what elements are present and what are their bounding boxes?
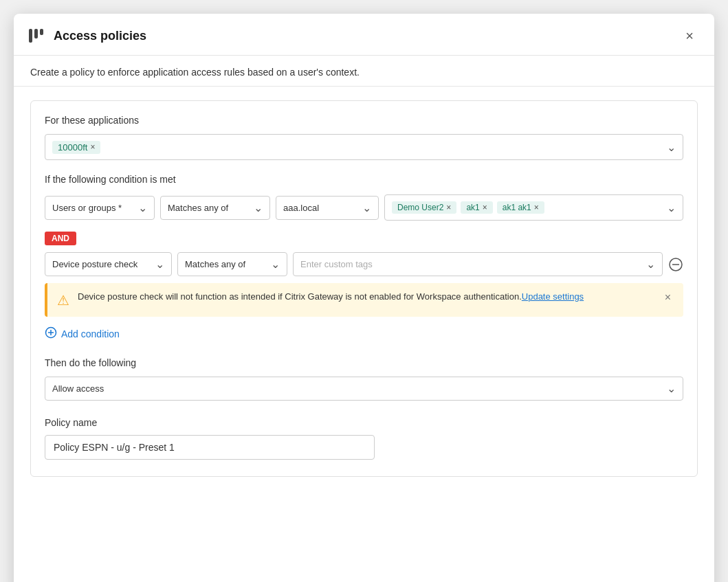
value-tag-close-1[interactable]: × bbox=[446, 203, 451, 212]
condition-row-1: Users or groups * ⌄ Matches any of ⌄ aaa… bbox=[45, 194, 683, 221]
users-groups-label: Users or groups * bbox=[52, 203, 122, 213]
modal-title: Access policies bbox=[54, 29, 146, 43]
policy-name-input[interactable] bbox=[45, 435, 375, 460]
condition-section: If the following condition is met Users … bbox=[45, 174, 683, 341]
header-left: Access policies bbox=[27, 26, 146, 45]
values-tags: Demo User2 × ak1 × ak1 ak1 × bbox=[392, 201, 544, 214]
values-chevron-icon: ⌄ bbox=[667, 201, 676, 214]
minus-circle-icon bbox=[668, 257, 683, 272]
warning-close-button[interactable]: × bbox=[662, 291, 674, 304]
add-condition-label: Add condition bbox=[61, 328, 120, 339]
applications-select[interactable]: 10000ft × ⌄ bbox=[45, 134, 683, 160]
matches-any-of-label-2: Matches any of bbox=[185, 259, 245, 269]
app-tag-label: 10000ft bbox=[58, 142, 87, 153]
domain-chevron-icon: ⌄ bbox=[362, 201, 371, 214]
device-posture-chevron-icon: ⌄ bbox=[155, 258, 164, 271]
condition-row-2: Device posture check ⌄ Matches any of ⌄ … bbox=[45, 252, 683, 276]
domain-select[interactable]: aaa.local ⌄ bbox=[276, 196, 379, 220]
modal-subtitle: Create a policy to enforce application a… bbox=[14, 56, 714, 87]
svg-rect-2 bbox=[40, 29, 43, 35]
value-tag-demo-user2: Demo User2 × bbox=[392, 201, 456, 214]
matches-any-of-select-2[interactable]: Matches any of ⌄ bbox=[177, 252, 287, 276]
values-select[interactable]: Demo User2 × ak1 × ak1 ak1 × bbox=[384, 194, 683, 221]
update-settings-link[interactable]: Update settings bbox=[522, 291, 584, 302]
action-chevron-icon: ⌄ bbox=[667, 382, 676, 395]
value-tag-label-2: ak1 bbox=[466, 203, 479, 212]
matches-any-of-select-1[interactable]: Matches any of ⌄ bbox=[160, 196, 270, 220]
svg-rect-1 bbox=[34, 29, 38, 38]
custom-tags-placeholder: Enter custom tags bbox=[300, 259, 373, 269]
warning-text: Device posture check will not function a… bbox=[78, 291, 654, 302]
value-tag-ak1-ak1: ak1 ak1 × bbox=[497, 201, 544, 214]
and-label: AND bbox=[45, 232, 76, 245]
policy-name-label: Policy name bbox=[45, 417, 683, 428]
applications-chevron-icon: ⌄ bbox=[667, 141, 676, 154]
applications-section: For these applications 10000ft × ⌄ bbox=[45, 115, 683, 160]
add-condition-button[interactable]: Add condition bbox=[45, 326, 120, 341]
selected-apps-tags: 10000ft × bbox=[52, 141, 100, 154]
access-policies-modal: Access policies × Create a policy to enf… bbox=[14, 14, 714, 582]
value-tag-label-1: Demo User2 bbox=[397, 203, 443, 212]
matches-any-of-label-1: Matches any of bbox=[168, 203, 228, 213]
custom-tags-chevron-icon: ⌄ bbox=[646, 258, 655, 271]
close-button[interactable]: × bbox=[681, 27, 698, 44]
app-tag-10000ft: 10000ft × bbox=[52, 141, 100, 154]
then-section: Then do the following Allow access ⌄ bbox=[45, 357, 683, 401]
domain-label: aaa.local bbox=[283, 203, 319, 213]
modal-header: Access policies × bbox=[14, 14, 714, 56]
main-section: For these applications 10000ft × ⌄ If th… bbox=[30, 100, 698, 477]
add-condition-plus-icon bbox=[45, 326, 57, 341]
custom-tags-input[interactable]: Enter custom tags ⌄ bbox=[293, 252, 663, 276]
matches-any-chevron-icon-2: ⌄ bbox=[271, 258, 280, 271]
warning-box: ⚠ Device posture check will not function… bbox=[45, 283, 683, 317]
and-badge: AND bbox=[45, 227, 683, 252]
app-tag-close[interactable]: × bbox=[90, 142, 95, 152]
policy-name-section: Policy name bbox=[45, 417, 683, 460]
app-logo-icon bbox=[27, 26, 47, 45]
value-tag-label-3: ak1 ak1 bbox=[503, 203, 531, 212]
modal-body: For these applications 10000ft × ⌄ If th… bbox=[14, 87, 714, 582]
value-tag-ak1: ak1 × bbox=[461, 201, 492, 214]
action-select[interactable]: Allow access ⌄ bbox=[45, 377, 683, 401]
device-posture-select[interactable]: Device posture check ⌄ bbox=[45, 252, 172, 276]
svg-rect-0 bbox=[29, 29, 32, 43]
warning-message: Device posture check will not function a… bbox=[78, 291, 522, 302]
value-tag-close-3[interactable]: × bbox=[534, 203, 539, 212]
users-groups-select[interactable]: Users or groups * ⌄ bbox=[45, 196, 155, 220]
action-label: Allow access bbox=[52, 383, 104, 394]
remove-condition-button[interactable] bbox=[668, 257, 683, 272]
value-tag-close-2[interactable]: × bbox=[483, 203, 487, 212]
matches-any-chevron-icon-1: ⌄ bbox=[254, 201, 263, 214]
warning-triangle-icon: ⚠ bbox=[57, 292, 69, 309]
users-groups-chevron-icon: ⌄ bbox=[138, 201, 147, 214]
condition-label: If the following condition is met bbox=[45, 174, 683, 185]
applications-label: For these applications bbox=[45, 115, 683, 126]
device-posture-label: Device posture check bbox=[52, 259, 137, 269]
then-label: Then do the following bbox=[45, 357, 683, 368]
